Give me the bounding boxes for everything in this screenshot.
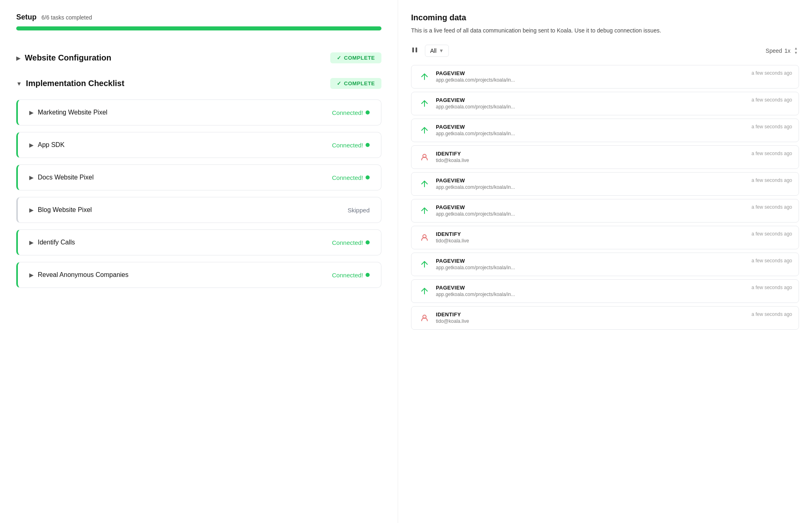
feed-item-type: PAGEVIEW [436, 258, 747, 264]
implementation-checklist-header[interactable]: ▼ Implementation Checklist ✓ COMPLETE [16, 71, 381, 96]
speed-label: Speed [766, 48, 782, 54]
feed-item-url: app.getkoala.com/projects/koala/in... [436, 292, 747, 297]
reveal-companies-title: Reveal Anonymous Companies [38, 271, 128, 279]
identify-calls-status-label: Connected! [332, 239, 363, 246]
chevron-right-icon-docs-pixel: ▶ [29, 174, 34, 181]
feed-item-content: PAGEVIEW app.getkoala.com/projects/koala… [436, 70, 747, 83]
implementation-checklist-header-left: ▼ Implementation Checklist [16, 79, 124, 88]
identify-calls-title: Identify Calls [38, 239, 75, 246]
blog-pixel-title: Blog Website Pixel [38, 206, 92, 214]
feed-item-icon [418, 70, 431, 83]
feed-item-time: a few seconds ago [751, 204, 792, 210]
checklist-item-marketing-pixel[interactable]: ▶ Marketing Website Pixel Connected! [16, 99, 381, 125]
checklist-item-app-sdk[interactable]: ▶ App SDK Connected! [16, 132, 381, 158]
checklist-item-app-sdk-left: ▶ App SDK [29, 141, 65, 149]
identify-calls-dot [366, 240, 370, 244]
speed-down-button[interactable]: ▼ [793, 51, 799, 55]
feed-item-url: app.getkoala.com/projects/koala/in... [436, 104, 747, 110]
marketing-pixel-status-label: Connected! [332, 109, 363, 116]
feed-item-type: IDENTIFY [436, 311, 747, 318]
checklist-item-identify-calls[interactable]: ▶ Identify Calls Connected! [16, 229, 381, 255]
chevron-right-icon-blog-pixel: ▶ [29, 207, 34, 213]
feed-item-icon [418, 311, 431, 324]
left-panel: Setup 6/6 tasks completed ▶ Website Conf… [0, 0, 398, 523]
feed-item-type: PAGEVIEW [436, 177, 747, 184]
feed-item-icon [418, 177, 431, 190]
feed-item-type: PAGEVIEW [436, 97, 747, 103]
feed-item-url: app.getkoala.com/projects/koala/in... [436, 131, 747, 136]
chevron-right-icon: ▶ [16, 55, 21, 61]
reveal-companies-dot [366, 273, 370, 277]
website-configuration-header-left: ▶ Website Configuration [16, 53, 111, 63]
reveal-companies-status-label: Connected! [332, 272, 363, 279]
filter-dropdown[interactable]: All ▼ [425, 45, 449, 57]
reveal-companies-status: Connected! [332, 272, 370, 279]
feed-item-content: PAGEVIEW app.getkoala.com/projects/koala… [436, 177, 747, 190]
feed-item-content: PAGEVIEW app.getkoala.com/projects/koala… [436, 258, 747, 270]
website-configuration-header[interactable]: ▶ Website Configuration ✓ COMPLETE [16, 45, 381, 71]
feed-item-content: IDENTIFY tido@koala.live [436, 151, 747, 163]
feed-item: PAGEVIEW app.getkoala.com/projects/koala… [411, 279, 799, 303]
speed-up-button[interactable]: ▲ [793, 46, 799, 51]
feed-item-time: a few seconds ago [751, 231, 792, 237]
pause-icon[interactable] [411, 46, 418, 56]
feed-item-time: a few seconds ago [751, 70, 792, 76]
app-sdk-status-label: Connected! [332, 142, 363, 149]
filter-dropdown-label: All [430, 48, 437, 54]
setup-header: Setup 6/6 tasks completed [16, 13, 381, 22]
checklist-item-blog-pixel[interactable]: ▶ Blog Website Pixel Skipped [16, 197, 381, 223]
blog-pixel-status-label: Skipped [348, 207, 370, 214]
blog-pixel-status: Skipped [348, 207, 370, 214]
feed-item-type: IDENTIFY [436, 231, 747, 237]
checklist-item-reveal-companies[interactable]: ▶ Reveal Anonymous Companies Connected! [16, 262, 381, 288]
feed-item-type: PAGEVIEW [436, 204, 747, 210]
feed-item-icon [418, 231, 431, 244]
checklist-item-blog-pixel-left: ▶ Blog Website Pixel [29, 206, 92, 214]
implementation-checklist-badge: ✓ COMPLETE [330, 78, 381, 89]
progress-bar-container [16, 26, 381, 30]
feed-item-time: a few seconds ago [751, 285, 792, 290]
incoming-title: Incoming data [411, 13, 799, 22]
feed-item-url: tido@koala.live [436, 158, 747, 163]
checklist-item-identify-calls-left: ▶ Identify Calls [29, 239, 75, 246]
website-configuration-section: ▶ Website Configuration ✓ COMPLETE [16, 45, 381, 71]
feed-item: PAGEVIEW app.getkoala.com/projects/koala… [411, 92, 799, 115]
feed-item-url: app.getkoala.com/projects/koala/in... [436, 211, 747, 217]
website-configuration-title: Website Configuration [25, 53, 111, 63]
feed-item-type: PAGEVIEW [436, 124, 747, 130]
feed-items: PAGEVIEW app.getkoala.com/projects/koala… [411, 65, 799, 330]
speed-value: 1x [784, 48, 790, 54]
feed-item-content: IDENTIFY tido@koala.live [436, 231, 747, 244]
feed-item-content: PAGEVIEW app.getkoala.com/projects/koala… [436, 285, 747, 297]
svg-rect-0 [412, 48, 414, 52]
feed-item-url: tido@koala.live [436, 238, 747, 244]
checklist-item-docs-pixel-left: ▶ Docs Website Pixel [29, 174, 94, 181]
feed-item-url: app.getkoala.com/projects/koala/in... [436, 265, 747, 270]
feed-item-time: a few seconds ago [751, 97, 792, 103]
feed-item-type: PAGEVIEW [436, 70, 747, 76]
feed-item-content: PAGEVIEW app.getkoala.com/projects/koala… [436, 97, 747, 110]
feed-item: IDENTIFY tido@koala.live a few seconds a… [411, 226, 799, 249]
chevron-right-icon-marketing: ▶ [29, 109, 34, 116]
speed-stepper[interactable]: ▲ ▼ [793, 46, 799, 55]
feed-item-icon [418, 204, 431, 217]
feed-item-content: PAGEVIEW app.getkoala.com/projects/koala… [436, 204, 747, 217]
docs-pixel-dot [366, 175, 370, 179]
feed-item-icon [418, 285, 431, 298]
check-icon: ✓ [337, 55, 342, 61]
chevron-down-icon: ▼ [439, 48, 444, 54]
app-sdk-status: Connected! [332, 142, 370, 149]
chevron-right-icon-identify-calls: ▶ [29, 239, 34, 246]
marketing-pixel-title: Marketing Website Pixel [38, 109, 107, 116]
feed-item-icon [418, 97, 431, 110]
checklist-item-marketing-pixel-left: ▶ Marketing Website Pixel [29, 109, 107, 116]
checklist-item-docs-pixel[interactable]: ▶ Docs Website Pixel Connected! [16, 164, 381, 190]
docs-pixel-status: Connected! [332, 174, 370, 181]
feed-item-type: PAGEVIEW [436, 285, 747, 291]
feed-item-url: tido@koala.live [436, 318, 747, 324]
feed-item-time: a few seconds ago [751, 258, 792, 264]
docs-pixel-title: Docs Website Pixel [38, 174, 94, 181]
feed-item: PAGEVIEW app.getkoala.com/projects/koala… [411, 199, 799, 223]
feed-item-time: a few seconds ago [751, 177, 792, 183]
feed-item-type: IDENTIFY [436, 151, 747, 157]
